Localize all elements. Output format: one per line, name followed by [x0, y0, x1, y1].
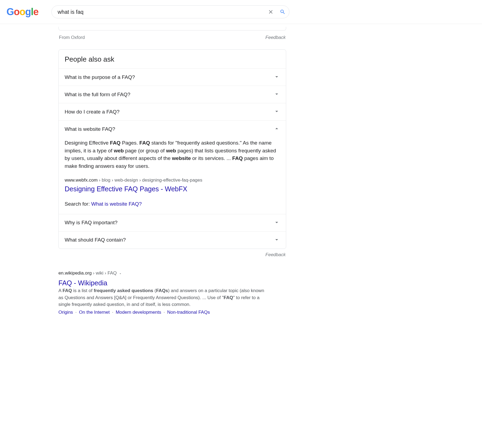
search-for-label: Search for:	[65, 201, 91, 207]
search-icon[interactable]	[280, 9, 286, 15]
chevron-down-icon	[273, 219, 280, 226]
chevron-down-icon	[273, 91, 280, 98]
paa-question-row[interactable]: How do I create a FAQ?	[59, 103, 286, 120]
result-cite: www.webfx.com › blog › web-design › desi…	[65, 178, 280, 183]
caret-down-icon[interactable]	[119, 272, 122, 276]
google-logo[interactable]: Google	[6, 6, 38, 18]
chevron-down-icon	[273, 73, 280, 81]
oxford-label: From Oxford	[59, 35, 85, 40]
result-title-link[interactable]: Designing Effective FAQ Pages - WebFX	[65, 185, 280, 193]
feedback-link[interactable]: Feedback	[58, 252, 286, 258]
definition-card-bottom	[58, 27, 286, 31]
sitelink[interactable]: Non-traditional FAQs	[167, 310, 210, 315]
paa-question-row[interactable]: Why is FAQ important?	[59, 214, 286, 231]
paa-item: What is the purpose of a FAQ?	[59, 69, 286, 86]
search-for-link[interactable]: What is website FAQ?	[91, 201, 142, 207]
sitelink[interactable]: Modern developments	[116, 310, 161, 315]
sitelinks: Origins · On the Internet · Modern devel…	[58, 310, 286, 315]
paa-item: What is the full form of FAQ?	[59, 86, 286, 103]
feedback-link[interactable]: Feedback	[265, 35, 286, 40]
paa-question: What is website FAQ?	[65, 126, 115, 132]
search-bar	[51, 5, 289, 18]
people-also-ask-header: People also ask	[59, 50, 286, 69]
sitelink[interactable]: On the Internet	[79, 310, 110, 315]
result-cite: en.wikipedia.org › wiki › FAQ	[58, 270, 117, 276]
paa-answer-body: Designing Effective FAQ Pages. FAQ stand…	[59, 139, 286, 214]
paa-question-row[interactable]: What is website FAQ?	[59, 121, 286, 138]
chevron-down-icon	[273, 236, 280, 244]
search-for-row: Search for: What is website FAQ?	[65, 201, 280, 207]
oxford-row: From Oxford Feedback	[58, 35, 286, 40]
paa-item: Why is FAQ important?	[59, 214, 286, 232]
paa-question-row[interactable]: What is the purpose of a FAQ?	[59, 69, 286, 86]
paa-question: What is the purpose of a FAQ?	[65, 74, 135, 80]
paa-question-row[interactable]: What is the full form of FAQ?	[59, 86, 286, 103]
paa-question: What is the full form of FAQ?	[65, 92, 130, 98]
organic-result: en.wikipedia.org › wiki › FAQ FAQ - Wiki…	[58, 270, 286, 315]
paa-item: How do I create a FAQ?	[59, 103, 286, 121]
chevron-down-icon	[273, 108, 280, 115]
main-content: From Oxford Feedback People also ask Wha…	[58, 24, 286, 315]
paa-item-expanded: What is website FAQ? Designing Effective…	[59, 121, 286, 214]
paa-answer-text: Designing Effective FAQ Pages. FAQ stand…	[65, 139, 280, 170]
header: Google	[0, 0, 482, 24]
paa-question: What should FAQ contain?	[65, 237, 126, 243]
search-input[interactable]	[51, 5, 289, 18]
result-snippet: A FAQ is a list of frequently asked ques…	[58, 287, 269, 308]
clear-icon[interactable]	[268, 9, 274, 15]
people-also-ask-card: People also ask What is the purpose of a…	[58, 49, 286, 249]
paa-question: Why is FAQ important?	[65, 220, 117, 226]
paa-item: What should FAQ contain?	[59, 232, 286, 249]
sitelink[interactable]: Origins	[58, 310, 73, 315]
paa-question: How do I create a FAQ?	[65, 109, 120, 115]
chevron-up-icon	[273, 125, 280, 133]
paa-question-row[interactable]: What should FAQ contain?	[59, 232, 286, 249]
result-title-link[interactable]: FAQ - Wikipedia	[58, 279, 286, 287]
